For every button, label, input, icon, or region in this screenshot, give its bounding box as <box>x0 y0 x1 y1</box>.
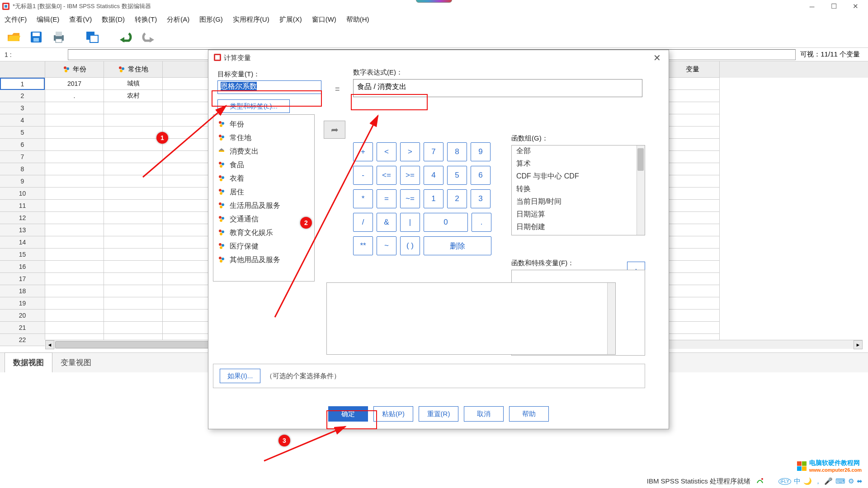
keypad-8[interactable]: 8 <box>447 142 467 161</box>
cell-r9-c6[interactable] <box>665 175 720 188</box>
cell-r13-c6[interactable] <box>665 224 720 236</box>
cell-r17-c1[interactable] <box>104 273 163 285</box>
cell-r20-c1[interactable] <box>104 310 163 322</box>
keypad-<=[interactable]: <= <box>377 166 396 185</box>
scroll-left-arrow[interactable]: ◄ <box>45 340 54 349</box>
menu-graphs[interactable]: 图形(G) <box>199 15 223 24</box>
keypad-6[interactable]: 6 <box>471 166 491 185</box>
cell-r5-c1[interactable] <box>104 127 163 139</box>
recall-dialog-icon[interactable] <box>84 29 100 45</box>
keypad-*[interactable]: * <box>353 189 373 208</box>
cell-r14-c6[interactable] <box>665 236 720 249</box>
menu-data[interactable]: 数据(D) <box>102 15 125 24</box>
menu-help[interactable]: 帮助(H) <box>346 15 369 24</box>
varlist-item[interactable]: 医疗保健 <box>213 239 314 253</box>
cell-r3-c0[interactable] <box>45 102 104 114</box>
rowhead-4[interactable]: 4 <box>0 114 45 127</box>
menu-window[interactable]: 窗口(W) <box>312 15 336 24</box>
function-group-scrollbar[interactable] <box>637 145 645 235</box>
cell-r2-c1[interactable]: 农村 <box>104 90 163 102</box>
menu-transform[interactable]: 转换(T) <box>135 15 157 24</box>
varlist-item[interactable]: 居住 <box>213 185 314 199</box>
rowhead-19[interactable]: 19 <box>0 297 45 310</box>
keypad-~=[interactable]: ~= <box>400 189 420 208</box>
cell-r6-c0[interactable] <box>45 139 104 151</box>
scroll-right-arrow[interactable]: ► <box>854 340 863 349</box>
rowhead-1[interactable]: 1 <box>0 78 45 90</box>
function-group-item[interactable]: 转换 <box>512 183 645 196</box>
rowhead-13[interactable]: 13 <box>0 224 45 236</box>
function-group-list[interactable]: 全部算术CDF 与非中心 CDF转换当前日期/时间日期运算日期创建 <box>511 145 645 235</box>
keypad-7[interactable]: 7 <box>424 142 443 161</box>
cell-r7-c1[interactable] <box>104 151 163 163</box>
function-group-item[interactable]: 全部 <box>512 145 645 158</box>
keypad-( )[interactable]: ( ) <box>400 236 420 255</box>
keypad-<[interactable]: < <box>377 142 396 161</box>
rowhead-15[interactable]: 15 <box>0 249 45 261</box>
rowhead-20[interactable]: 20 <box>0 310 45 322</box>
keypad-~[interactable]: ~ <box>377 236 396 255</box>
cell-r18-c6[interactable] <box>665 285 720 297</box>
description-scrollbar[interactable] <box>607 283 615 354</box>
keypad-&[interactable]: & <box>377 213 396 232</box>
cell-r4-c1[interactable] <box>104 114 163 127</box>
cell-r4-c6[interactable] <box>665 114 720 127</box>
keypad-3[interactable]: 3 <box>471 189 491 208</box>
keypad->=[interactable]: >= <box>400 166 420 185</box>
rowhead-12[interactable]: 12 <box>0 212 45 224</box>
function-group-item[interactable]: 日期运算 <box>512 209 645 221</box>
keypad-删除[interactable]: 删除 <box>424 236 491 255</box>
ime-lang-icon[interactable]: 中 <box>794 477 801 486</box>
menu-utilities[interactable]: 实用程序(U) <box>233 15 269 24</box>
ime-moon-icon[interactable]: 🌙 <box>803 477 812 485</box>
cell-r6-c6[interactable] <box>665 139 720 151</box>
open-icon[interactable] <box>5 29 22 45</box>
variable-list[interactable]: 年份常住地消费支出食品衣着居住生活用品及服务交通通信教育文化娱乐医疗保健其他用品… <box>213 114 315 282</box>
rowhead-9[interactable]: 9 <box>0 175 45 188</box>
close-button[interactable]: ✕ <box>844 0 866 13</box>
cell-r7-c6[interactable] <box>665 151 720 163</box>
keypad-|[interactable]: | <box>400 213 420 232</box>
keypad-**[interactable]: ** <box>353 236 373 255</box>
cell-r8-c6[interactable] <box>665 163 720 175</box>
cell-r19-c6[interactable] <box>665 297 720 310</box>
rowhead-5[interactable]: 5 <box>0 127 45 139</box>
keypad-+[interactable]: + <box>353 142 373 161</box>
varlist-item[interactable]: 生活用品及服务 <box>213 199 314 212</box>
keypad--[interactable]: - <box>353 166 373 185</box>
menu-extensions[interactable]: 扩展(X) <box>279 15 302 24</box>
maximize-button[interactable]: ☐ <box>823 0 844 13</box>
cell-r6-c1[interactable] <box>104 139 163 151</box>
rowhead-18[interactable]: 18 <box>0 285 45 297</box>
move-to-expression-button[interactable]: ➦ <box>324 121 345 139</box>
type-and-label-button[interactable]: 类型和标签(L)... <box>217 99 290 113</box>
ok-button[interactable]: 确定 <box>328 406 368 422</box>
cell-r2-c6[interactable] <box>665 90 720 102</box>
paste-button[interactable]: 粘贴(P) <box>373 406 413 422</box>
ime-keyboard-icon[interactable]: ⌨ <box>835 477 845 485</box>
cell-r19-c0[interactable] <box>45 297 104 310</box>
cell-r21-c6[interactable] <box>665 322 720 334</box>
cell-r4-c0[interactable] <box>45 114 104 127</box>
cell-r8-c0[interactable] <box>45 163 104 175</box>
function-group-item[interactable]: CDF 与非中心 CDF <box>512 171 645 183</box>
menu-file[interactable]: 文件(F) <box>5 15 27 24</box>
cell-r9-c0[interactable] <box>45 175 104 188</box>
rowhead-corner[interactable] <box>0 61 45 78</box>
cell-r8-c1[interactable] <box>104 163 163 175</box>
rowhead-16[interactable]: 16 <box>0 261 45 273</box>
varlist-item[interactable]: 常住地 <box>213 131 314 145</box>
if-button[interactable]: 如果(I)... <box>220 369 260 383</box>
keypad-0[interactable]: 0 <box>424 213 468 232</box>
cell-r2-c0[interactable]: . <box>45 90 104 102</box>
rowhead-8[interactable]: 8 <box>0 163 45 175</box>
varlist-item[interactable]: 衣着 <box>213 172 314 185</box>
ime-settings-icon[interactable]: ⚙ <box>848 477 854 485</box>
menu-view[interactable]: 查看(V) <box>69 15 92 24</box>
ime-mic-icon[interactable]: 🎤 <box>824 477 833 485</box>
cell-r7-c0[interactable] <box>45 151 104 163</box>
cell-r17-c0[interactable] <box>45 273 104 285</box>
cell-r5-c0[interactable] <box>45 127 104 139</box>
cell-r16-c6[interactable] <box>665 261 720 273</box>
tab-variable-view[interactable]: 变量视图 <box>52 353 99 372</box>
